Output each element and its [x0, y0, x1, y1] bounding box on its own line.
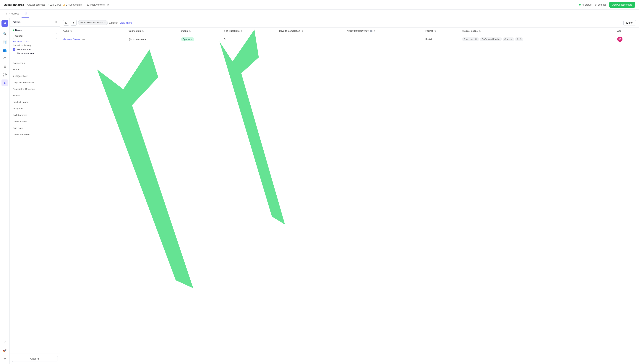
filter-item-date-created[interactable]: Date Created: [10, 118, 60, 125]
tab-all[interactable]: All: [22, 10, 29, 18]
top-nav: Questionnaires Answer sources: ✓ 225 Q&A…: [0, 0, 639, 10]
blank-entries-checkbox-item[interactable]: Show blank entr...: [13, 52, 57, 55]
sidebar-users[interactable]: 👥: [2, 47, 8, 54]
scope-tag: On-prem: [503, 38, 514, 41]
filter-item-days-to-completion[interactable]: Days to Completion: [10, 79, 60, 86]
active-filter-dot: [13, 30, 14, 31]
filter-item-associated-revenue[interactable]: Associated Revenue: [10, 86, 60, 92]
filters-header: Filters ×: [10, 18, 60, 26]
col-associated-revenue[interactable]: Associated Revenue i ⇅: [344, 28, 423, 34]
col-connection[interactable]: Connection ⇅: [126, 28, 178, 34]
filter-item-connection[interactable]: Connection: [10, 60, 60, 66]
filters-panel: Filters × Name Select All Clear 1 result…: [10, 18, 60, 364]
col-questions[interactable]: # of Questions ⇅: [222, 28, 276, 34]
more-options-button[interactable]: ···: [81, 37, 86, 41]
settings-button[interactable]: ⚙ Settings: [594, 3, 606, 6]
app-title: Questionnaires: [4, 3, 24, 6]
ai-status-label: AI Status: [582, 3, 592, 6]
select-all-link[interactable]: Select All: [13, 40, 22, 43]
name-filter-input[interactable]: [13, 33, 57, 39]
settings-gear-icon[interactable]: ⚙: [107, 3, 109, 6]
col-name[interactable]: Name ⇅: [60, 28, 126, 34]
filters-title: Filters: [13, 20, 20, 24]
filter-tag-text: Name: Michaels Stores: [80, 21, 103, 24]
name-filter-label: Name: [13, 29, 57, 32]
col-assignee[interactable]: Ass: [615, 28, 639, 34]
filter-results-count: 1 result containing:: [13, 44, 57, 46]
sidebar-search[interactable]: 🔍: [2, 30, 8, 37]
logo: M: [2, 20, 8, 27]
answer-sources: Answer sources: ✓ 225 Q&As ⚠ 27 Document…: [27, 3, 109, 6]
scope-tag: On-Demand Product: [480, 38, 502, 41]
docs-check-icon: ⚠: [63, 3, 66, 6]
filter-item-collaborators[interactable]: Collaborators: [10, 112, 60, 118]
filter-item---of-questions[interactable]: # of Questions: [10, 73, 60, 79]
table-body: Michaels Stores···@michaels.comApproved5…: [60, 34, 639, 44]
export-button[interactable]: Export: [624, 20, 636, 26]
main-layout: M 🔍 📊 👥 🏷 ⊞ 💬 ▶ ? 🚀 ⇌ Filters × Name Sel…: [0, 18, 639, 364]
table-header: Name ⇅ Connection ⇅ Status ⇅ # of Questi…: [60, 28, 639, 34]
past-answers-source: ✓ 33 Past Answers: [84, 3, 104, 6]
content-area: ⊟ ▼ Name: Michaels Stores × 1 Result Cle…: [60, 18, 639, 364]
name-filter-section: Name Select All Clear 1 result containin…: [10, 26, 60, 58]
qas-count: 225 Q&As: [50, 3, 61, 6]
clear-filters-link[interactable]: Clear filters: [120, 21, 132, 24]
table-row: Michaels Stores···@michaels.comApproved5…: [60, 34, 639, 44]
sidebar-grid[interactable]: ⊞: [2, 63, 8, 70]
sidebar-questionnaires[interactable]: ▶: [2, 80, 8, 86]
blank-entries-checkbox[interactable]: [13, 52, 15, 55]
close-filters-icon[interactable]: ×: [55, 20, 57, 24]
filter-item-format[interactable]: Format: [10, 92, 60, 99]
filter-item-status[interactable]: Status: [10, 66, 60, 73]
sidebar-help[interactable]: ?: [2, 339, 8, 346]
col-product-scope[interactable]: Product Scope ⇅: [459, 28, 615, 34]
answer-sources-label: Answer sources:: [27, 3, 45, 6]
michaels-label: Michaels Stor...: [17, 48, 33, 51]
clear-link[interactable]: Clear: [24, 40, 29, 43]
add-questionnaire-button[interactable]: Add Questionnaire: [609, 2, 635, 8]
cell-product-scope: Broadcom 16.3On-Demand ProductOn-premSaa…: [459, 34, 615, 44]
clear-all-button[interactable]: Clear All: [12, 356, 58, 362]
questionnaire-name-link[interactable]: Michaels Stores: [63, 38, 80, 41]
cell-name: Michaels Stores···: [60, 34, 126, 44]
icon-sidebar: M 🔍 📊 👥 🏷 ⊞ 💬 ▶ ? 🚀 ⇌: [0, 18, 10, 364]
past-check-icon: ✓: [84, 3, 86, 6]
grid-view-button[interactable]: ⊟: [63, 20, 69, 26]
sidebar-rocket[interactable]: 🚀: [2, 347, 8, 354]
cell-questions: 5: [222, 34, 276, 44]
filter-item-date-completed[interactable]: Date Completed: [10, 131, 60, 138]
remove-filter-icon[interactable]: ×: [104, 21, 106, 24]
ai-status[interactable]: AI Status: [579, 3, 592, 6]
cell-days-to-completion: [276, 34, 344, 44]
tab-bar: In Progress All: [0, 10, 639, 18]
qas-source: ✓ 225 Q&As: [47, 3, 61, 6]
docs-source: ⚠ 27 Documents: [63, 3, 82, 6]
sidebar-sliders[interactable]: ⇌: [2, 355, 8, 362]
filter-list: ConnectionStatus# of QuestionsDays to Co…: [10, 58, 60, 353]
sidebar-tags[interactable]: 🏷: [2, 55, 8, 62]
col-format[interactable]: Format ⇅: [423, 28, 459, 34]
tab-in-progress[interactable]: In Progress: [4, 10, 22, 18]
filter-actions: Select All Clear: [13, 40, 57, 43]
cell-format: Portal: [423, 34, 459, 44]
filter-item-assignee[interactable]: Assignee: [10, 105, 60, 112]
docs-count: 27 Documents: [66, 3, 82, 6]
scope-tag: Broadcom 16.3: [462, 38, 479, 41]
sidebar-chat[interactable]: 💬: [2, 71, 8, 78]
qas-check-icon: ✓: [47, 3, 49, 6]
avatar: DE: [617, 36, 622, 42]
questionnaires-table: Name ⇅ Connection ⇅ Status ⇅ # of Questi…: [60, 28, 639, 44]
col-days-to-completion[interactable]: Days to Completion ⇅: [276, 28, 344, 34]
filter-item-due-date[interactable]: Due Date: [10, 125, 60, 131]
filter-button[interactable]: ▼: [70, 20, 76, 26]
sidebar-analytics[interactable]: 📊: [2, 39, 8, 45]
cell-status: Approved: [178, 34, 222, 44]
cell-assignee: DE: [615, 34, 639, 44]
michaels-checkbox[interactable]: [13, 48, 15, 51]
col-status[interactable]: Status ⇅: [178, 28, 222, 34]
table-container: Name ⇅ Connection ⇅ Status ⇅ # of Questi…: [60, 28, 639, 364]
filter-item-product-scope[interactable]: Product Scope: [10, 99, 60, 105]
toolbar: ⊟ ▼ Name: Michaels Stores × 1 Result Cle…: [60, 18, 639, 28]
cell-associated-revenue: [344, 34, 423, 44]
michaels-checkbox-item[interactable]: Michaels Stor...: [13, 48, 57, 51]
